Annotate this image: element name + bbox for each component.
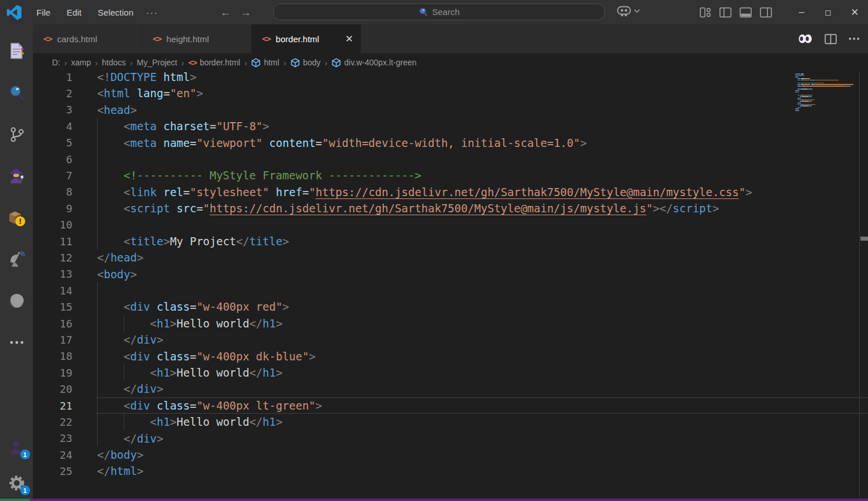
split-editor-icon[interactable] bbox=[825, 34, 837, 45]
line-content: <meta charset="UTF-8"> bbox=[96, 118, 868, 134]
line-number: 6 bbox=[33, 153, 76, 165]
code-line-21[interactable]: 21 <div class="w-400px lt-green"> bbox=[33, 397, 868, 414]
code-line-15[interactable]: 15 <div class="w-400px red"> bbox=[33, 299, 868, 315]
activity-item-extensions[interactable]: ! bbox=[3, 197, 31, 238]
code-line-3[interactable]: 3<head> bbox=[33, 102, 868, 118]
activity-item-remote-explorer[interactable] bbox=[3, 238, 31, 280]
customize-layout-icon[interactable] bbox=[700, 7, 711, 18]
line-content: </body> bbox=[96, 447, 868, 463]
code-line-11[interactable]: 11 <title>My Project</title> bbox=[33, 233, 868, 249]
activity-item-source-control[interactable] bbox=[3, 113, 31, 155]
breadcrumb-item[interactable]: body bbox=[290, 58, 320, 68]
line-number: 5 bbox=[33, 137, 76, 149]
breadcrumb-item[interactable]: My_Project bbox=[136, 58, 177, 67]
toggle-panel-icon[interactable] bbox=[740, 7, 752, 18]
toggle-secondary-sidebar-icon[interactable] bbox=[760, 7, 772, 18]
line-number: 3 bbox=[33, 104, 76, 116]
menu-file[interactable]: File bbox=[30, 5, 57, 20]
activity-item-edge-tools[interactable] bbox=[3, 280, 31, 322]
nav-forward-button[interactable]: → bbox=[241, 7, 252, 18]
line-number: 24 bbox=[33, 449, 76, 461]
breadcrumb-item[interactable]: D: bbox=[52, 58, 60, 67]
code-lines: 1<!DOCTYPE html>2<html lang="en">3<head>… bbox=[33, 72, 868, 480]
html-file-icon: <> bbox=[189, 58, 197, 67]
badge: 1 bbox=[20, 485, 30, 495]
code-line-4[interactable]: 4 <meta charset="UTF-8"> bbox=[33, 118, 868, 134]
menu-more-button[interactable]: ··· bbox=[140, 5, 165, 20]
code-line-1[interactable]: 1<!DOCTYPE html> bbox=[33, 72, 868, 85]
breadcrumb-item[interactable]: htdocs bbox=[102, 58, 125, 67]
code-line-24[interactable]: 24</body> bbox=[33, 447, 868, 463]
chevron-right-icon: › bbox=[95, 58, 98, 68]
activity-item-run-debug[interactable] bbox=[3, 155, 31, 197]
overview-ruler-cursor-marker bbox=[860, 237, 868, 241]
close-window-button[interactable]: ✕ bbox=[841, 0, 868, 24]
activity-item-explorer[interactable] bbox=[3, 30, 31, 72]
tab-height.html[interactable]: <>height.html bbox=[142, 24, 252, 53]
menu-edit[interactable]: Edit bbox=[60, 5, 88, 20]
line-number: 25 bbox=[33, 465, 76, 477]
activity-item-accounts[interactable]: 1 bbox=[3, 429, 31, 465]
code-line-16[interactable]: 16 <h1>Hello world</h1> bbox=[33, 315, 868, 331]
copilot-button[interactable] bbox=[616, 4, 640, 18]
code-line-17[interactable]: 17 </div> bbox=[33, 331, 868, 348]
minimize-button[interactable]: – bbox=[788, 0, 815, 24]
close-tab-icon[interactable]: ✕ bbox=[345, 33, 353, 45]
line-number: 8 bbox=[33, 186, 76, 198]
document-icon bbox=[9, 42, 24, 60]
eyes-icon[interactable] bbox=[797, 32, 813, 45]
breadcrumb-item[interactable]: xamp bbox=[71, 58, 91, 67]
code-line-6[interactable]: 6 bbox=[33, 151, 868, 167]
code-line-18[interactable]: 18 <div class="w-400px dk-blue"> bbox=[33, 348, 868, 364]
status-main-segment[interactable] bbox=[30, 499, 868, 501]
breadcrumb-item[interactable]: <>border.html bbox=[189, 58, 241, 67]
command-center-search[interactable]: Search bbox=[273, 3, 605, 20]
code-line-5[interactable]: 5 <meta name="viewport" content="width=d… bbox=[33, 135, 868, 151]
git-branch-icon bbox=[9, 126, 25, 143]
line-content bbox=[96, 282, 868, 299]
status-remote-segment[interactable] bbox=[0, 499, 30, 501]
maximize-button[interactable]: ◻ bbox=[815, 0, 841, 24]
activity-item-search[interactable] bbox=[3, 72, 31, 113]
activity-bar: !11 bbox=[0, 24, 33, 501]
scrollbar[interactable] bbox=[859, 72, 868, 501]
menu-selection[interactable]: Selection bbox=[91, 5, 140, 20]
tab-bar: <>cards.html<>height.html<>border.html✕ bbox=[33, 24, 868, 53]
copilot-icon bbox=[616, 4, 631, 18]
code-line-14[interactable]: 14 bbox=[33, 282, 868, 299]
line-content bbox=[96, 217, 868, 233]
line-number: 7 bbox=[33, 170, 76, 182]
minimap[interactable] bbox=[795, 73, 858, 112]
code-line-2[interactable]: 2<html lang="en"> bbox=[33, 85, 868, 101]
toggle-primary-sidebar-icon[interactable] bbox=[719, 7, 732, 18]
breadcrumb-item[interactable]: html bbox=[251, 58, 279, 68]
nav-back-button[interactable]: ← bbox=[220, 7, 231, 18]
svg-text:!: ! bbox=[19, 217, 22, 226]
line-content: <h1>Hello world</h1> bbox=[96, 414, 868, 430]
code-line-19[interactable]: 19 <h1>Hello world</h1> bbox=[33, 364, 868, 381]
breadcrumb-item[interactable]: div.w-400px.lt-green bbox=[331, 58, 416, 68]
activity-item-more-views[interactable] bbox=[3, 322, 31, 363]
detective-icon bbox=[8, 168, 25, 184]
code-line-23[interactable]: 23 </div> bbox=[33, 430, 868, 447]
more-actions-icon[interactable] bbox=[848, 37, 860, 40]
code-line-12[interactable]: 12</head> bbox=[33, 249, 868, 266]
tab-border.html[interactable]: <>border.html✕ bbox=[252, 24, 361, 53]
code-line-10[interactable]: 10 bbox=[33, 217, 868, 233]
code-editor[interactable]: 1<!DOCTYPE html>2<html lang="en">3<head>… bbox=[33, 72, 868, 501]
chevron-down-icon bbox=[634, 9, 640, 13]
vscode-window: FileEditSelection ··· ← → Search bbox=[0, 0, 868, 501]
code-line-25[interactable]: 25</html> bbox=[33, 463, 868, 479]
title-bar: FileEditSelection ··· ← → Search bbox=[0, 0, 868, 24]
code-line-8[interactable]: 8 <link rel="stylesheet" href="https://c… bbox=[33, 184, 868, 200]
breadcrumb: D:›xamp›htdocs›My_Project›<>border.html›… bbox=[33, 53, 868, 72]
code-line-7[interactable]: 7 <!---------- MyStyle Framework -------… bbox=[33, 167, 868, 183]
line-number: 21 bbox=[33, 400, 76, 412]
code-line-9[interactable]: 9 <script src="https://cdn.jsdelivr.net/… bbox=[33, 200, 868, 216]
code-line-20[interactable]: 20 </div> bbox=[33, 381, 868, 397]
code-line-22[interactable]: 22 <h1>Hello world</h1> bbox=[33, 414, 868, 430]
line-content: <div class="w-400px lt-green"> bbox=[96, 397, 868, 414]
activity-item-settings[interactable]: 1 bbox=[3, 465, 31, 501]
code-line-13[interactable]: 13<body> bbox=[33, 266, 868, 282]
tab-cards.html[interactable]: <>cards.html bbox=[33, 24, 142, 53]
